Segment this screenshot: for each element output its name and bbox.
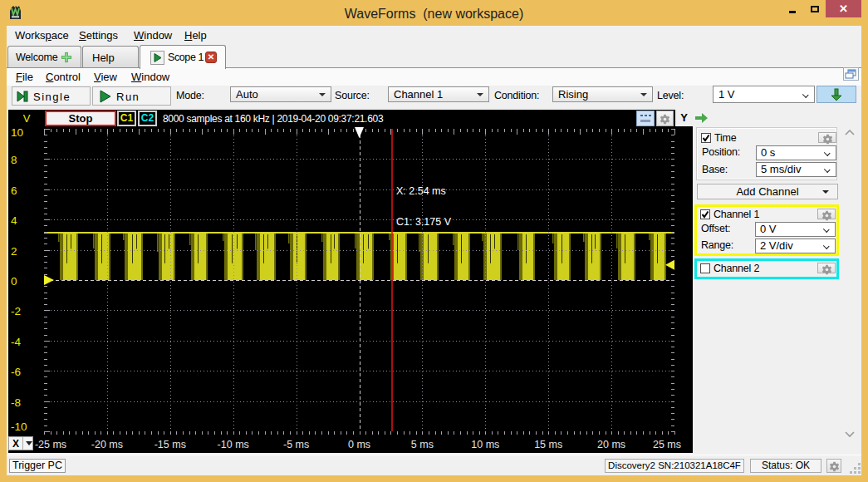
svg-text:5 ms: 5 ms — [411, 439, 434, 450]
svg-text:-10: -10 — [11, 421, 27, 433]
svg-text:6: 6 — [11, 184, 17, 197]
svg-text:15 ms: 15 ms — [534, 439, 562, 450]
svg-text:-4: -4 — [11, 336, 21, 348]
svg-text:25 ms: 25 ms — [653, 439, 681, 450]
svg-text:8: 8 — [11, 154, 17, 166]
svg-text:2: 2 — [11, 245, 17, 258]
svg-text:-6: -6 — [11, 366, 21, 378]
svg-text:-5 ms: -5 ms — [283, 439, 309, 450]
svg-text:-2: -2 — [11, 305, 21, 317]
svg-text:20 ms: 20 ms — [597, 439, 625, 450]
svg-text:10: 10 — [11, 126, 23, 139]
svg-text:-20 ms: -20 ms — [91, 439, 123, 450]
svg-text:X: 2.54 ms: X: 2.54 ms — [396, 185, 446, 197]
svg-text:-10 ms: -10 ms — [218, 439, 249, 450]
svg-text:-8: -8 — [11, 396, 21, 409]
svg-text:-15 ms: -15 ms — [154, 439, 186, 450]
svg-text:-25 ms: -25 ms — [35, 439, 66, 450]
svg-text:10 ms: 10 ms — [471, 439, 499, 450]
svg-text:0 ms: 0 ms — [348, 439, 370, 450]
svg-text:C1: 3.175 V: C1: 3.175 V — [396, 216, 452, 228]
svg-text:4: 4 — [11, 214, 17, 227]
svg-text:0: 0 — [11, 275, 17, 288]
